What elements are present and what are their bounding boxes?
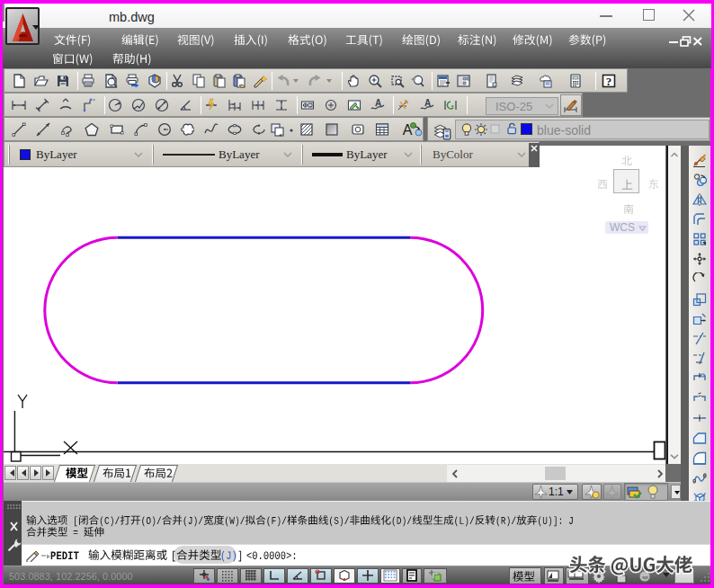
- svg-text:A: A: [424, 98, 431, 108]
- svg-text:?: ?: [606, 75, 612, 88]
- svg-text:A: A: [375, 98, 381, 108]
